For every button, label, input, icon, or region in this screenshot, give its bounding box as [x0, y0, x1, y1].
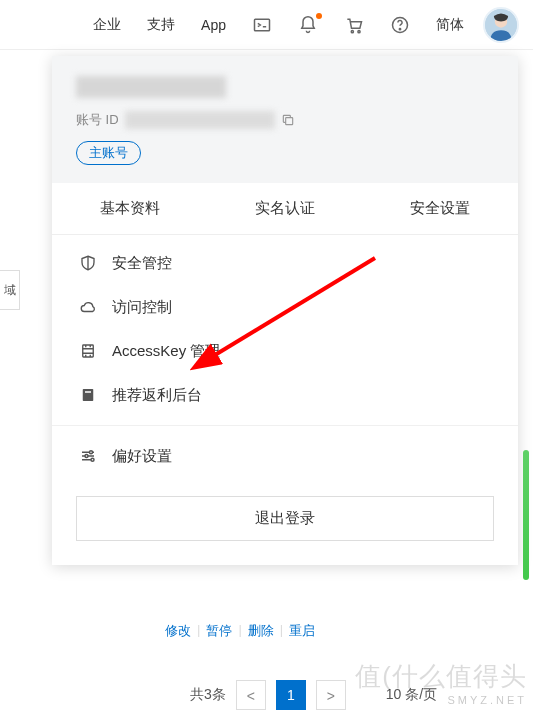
pager-current[interactable]: 1: [276, 680, 306, 710]
pager-prev[interactable]: <: [236, 680, 266, 710]
user-dropdown: 账号 ID 主账号 基本资料 实名认证 安全设置 安全管控 访问控制: [52, 56, 518, 565]
menu-separator: [52, 425, 518, 426]
link-delete[interactable]: 删除: [248, 622, 274, 640]
watermark: 值(什么值得头 SMYZ.NET: [355, 659, 527, 706]
svg-point-12: [85, 455, 88, 458]
tab-profile[interactable]: 基本资料: [52, 183, 207, 234]
copy-icon[interactable]: [281, 113, 295, 127]
nav-app[interactable]: App: [188, 0, 239, 50]
book-icon: [78, 385, 98, 405]
account-id-redacted: [125, 111, 275, 129]
terminal-icon[interactable]: [239, 0, 285, 50]
nav-enterprise[interactable]: 企业: [80, 0, 134, 50]
row-actions: 修改| 暂停| 删除| 重启: [165, 622, 315, 640]
tab-security[interactable]: 安全设置: [363, 183, 518, 234]
svg-point-13: [91, 458, 94, 461]
menu-access-control[interactable]: 访问控制: [52, 285, 518, 329]
ticket-icon: [78, 341, 98, 361]
account-id-label: 账号 ID: [76, 111, 119, 129]
link-restart[interactable]: 重启: [289, 622, 315, 640]
menu-security-control[interactable]: 安全管控: [52, 241, 518, 285]
account-tag: 主账号: [76, 141, 141, 165]
svg-rect-7: [285, 118, 292, 125]
account-name-redacted: [76, 76, 226, 98]
menu-label: 推荐返利后台: [112, 386, 202, 405]
pager-next[interactable]: >: [316, 680, 346, 710]
svg-point-4: [399, 28, 400, 29]
help-icon[interactable]: [377, 0, 423, 50]
svg-rect-8: [83, 345, 94, 357]
nav-support[interactable]: 支持: [134, 0, 188, 50]
pager-total: 共3条: [190, 686, 226, 704]
bell-icon[interactable]: [285, 0, 331, 50]
nav-language[interactable]: 简体: [423, 0, 477, 50]
scrollbar-thumb[interactable]: [523, 450, 529, 580]
menu-accesskey[interactable]: AccessKey 管理: [52, 329, 518, 373]
shield-icon: [78, 253, 98, 273]
svg-point-2: [358, 30, 360, 32]
menu-preference[interactable]: 偏好设置: [52, 434, 518, 478]
sliders-icon: [78, 446, 98, 466]
logout-button[interactable]: 退出登录: [76, 496, 494, 541]
menu-label: 安全管控: [112, 254, 172, 273]
avatar[interactable]: [483, 7, 519, 43]
svg-point-11: [90, 451, 93, 454]
menu-label: AccessKey 管理: [112, 342, 220, 361]
link-edit[interactable]: 修改: [165, 622, 191, 640]
side-label: 域: [0, 270, 20, 310]
menu-rebate[interactable]: 推荐返利后台: [52, 373, 518, 417]
svg-rect-9: [83, 389, 94, 401]
link-pause[interactable]: 暂停: [206, 622, 232, 640]
cloud-icon: [78, 297, 98, 317]
cart-icon[interactable]: [331, 0, 377, 50]
notification-dot: [316, 13, 322, 19]
svg-rect-10: [85, 391, 91, 393]
menu-label: 访问控制: [112, 298, 172, 317]
tab-verify[interactable]: 实名认证: [207, 183, 362, 234]
svg-point-1: [351, 30, 353, 32]
svg-rect-0: [255, 19, 270, 31]
menu-label: 偏好设置: [112, 447, 172, 466]
